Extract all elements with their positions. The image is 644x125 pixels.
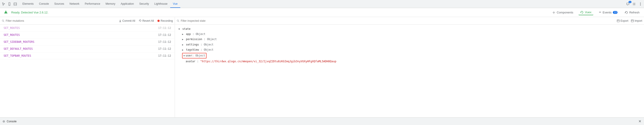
state-label: state [182,27,190,30]
svg-point-10 [600,12,600,12]
tree-node-app: ▶ app : Object [182,32,640,37]
svg-point-15 [2,20,4,21]
revert-all-btn[interactable]: Revert All [139,19,154,22]
nav-tabs: Elements Console Sources Network Perform… [20,0,625,8]
app-expand-icon[interactable]: ▶ [182,33,184,36]
avatar-value: "https://thirdwx.qlogo.cn/mmopen/vi_32/I… [200,60,336,63]
tab-console[interactable]: Console [36,0,52,8]
tab-lighthouse[interactable]: Lighthouse [152,0,170,8]
tab-sources[interactable]: Sources [52,0,67,8]
tree-node-avatar: avatar : "https://thirdwx.qlogo.cn/mmope… [186,59,640,64]
search-icon [2,20,4,22]
tree-node-user: ▼ user : Object [182,52,206,59]
mutation-list: SET_ROUTES 17:11:12 SET_ROUTES 17:11:12 … [0,25,175,118]
revert-icon [139,20,142,22]
vue-toolbar: Ready. Detected Vue 2.6.12. Components V… [0,8,644,17]
svg-point-9 [599,12,600,12]
download-icon [119,20,122,22]
chat-badge-btn[interactable]: 1 [625,1,630,7]
filter-state-input[interactable] [181,19,615,22]
user-expand-icon[interactable]: ▼ [184,54,185,58]
mutation-name: SET_ROUTES [4,34,20,36]
events-tab-btn[interactable]: Events 13 [597,10,620,15]
mutation-name: SET_DEFAULT_ROUTES [4,47,33,50]
vuex-cycle-icon [580,11,584,14]
mobile-icon[interactable] [7,1,12,7]
left-panel: Commit All Revert All Recording [0,17,175,118]
user-key: user [186,54,192,58]
settings-expand-icon[interactable]: ▶ [182,44,184,46]
filter-mutations-input[interactable] [6,19,115,22]
refresh-btn[interactable]: Refresh [623,10,641,15]
chat-count-badge: 1 [628,1,632,3]
import-icon [631,20,634,22]
refresh-label: Refresh [629,11,640,14]
tab-network[interactable]: Network [67,0,82,8]
svg-point-17 [177,20,178,21]
list-item[interactable]: SET_SIDEBAR_ROUTERS 17:11:12 [0,38,175,46]
tagsview-expand-icon[interactable]: ▶ [182,48,184,51]
svg-rect-19 [617,20,619,22]
commit-all-btn[interactable]: Commit All [119,19,135,22]
vuex-label: Vuex [585,10,591,14]
components-tab-btn[interactable]: Components [550,10,575,15]
svg-point-5 [640,2,641,3]
avatar-colon: : [197,60,200,63]
import-btn[interactable]: Import [631,19,642,22]
svg-point-1 [9,5,10,5]
top-nav: Elements Console Sources Network Perform… [0,0,644,8]
settings-icon[interactable] [632,1,637,7]
more-dots-icon[interactable] [638,1,643,7]
settings-type: : Object [200,43,214,46]
state-root-node: ▼ state [178,26,640,32]
permission-expand-icon[interactable]: ▶ [182,38,184,40]
user-type: : Object [192,54,205,58]
import-label: Import [634,19,642,22]
svg-line-16 [4,21,4,22]
tab-elements[interactable]: Elements [20,0,36,8]
user-children: avatar : "https://thirdwx.qlogo.cn/mmope… [182,59,640,64]
mutation-name: SET_TOPBAR_ROUTES [4,54,31,57]
mutation-time: 17:11:12 [158,26,171,30]
tab-memory[interactable]: Memory [103,0,118,8]
main-content: Commit All Revert All Recording [0,17,644,118]
events-label: Events [603,11,612,14]
mutation-time: 17:11:12 [158,47,171,50]
list-item[interactable]: SET_ROUTES 17:11:12 [0,32,175,38]
state-expand-arrow[interactable]: ▼ [178,28,180,30]
vue-logo-icon [3,10,9,16]
recording-btn[interactable]: Recording [158,19,173,22]
svg-point-12 [599,12,600,13]
cursor-icon[interactable] [1,1,6,7]
mutation-time: 17:11:12 [158,34,171,36]
tab-vue[interactable]: Vue [170,0,180,8]
svg-point-8 [554,12,554,13]
list-item[interactable]: SET_TOPBAR_ROUTES 17:11:12 [0,52,175,59]
export-icon [617,20,620,22]
mutation-name: SET_SIDEBAR_ROUTERS [4,40,34,44]
list-item[interactable]: SET_ROUTES 17:11:12 [0,25,175,32]
export-label: Export [620,19,628,22]
nav-right-actions: 1 [625,1,643,7]
tree-node-settings: ▶ settings : Object [182,42,640,47]
svg-point-13 [600,12,600,13]
mutation-name: SET_ROUTES [4,26,20,30]
tab-performance[interactable]: Performance [82,0,103,8]
tab-security[interactable]: Security [136,0,152,8]
dock-icon[interactable] [12,1,18,7]
svg-point-6 [640,4,641,4]
list-item[interactable]: SET_DEFAULT_ROUTES 17:11:12 [0,46,175,52]
right-actions: Export Import [617,19,642,22]
nav-icon-group [1,1,18,7]
settings-key: settings [186,43,199,46]
right-filter-bar: Export Import [175,17,644,25]
state-tree: ▼ state ▶ app : Object ▶ permission : Ob… [175,25,644,118]
svg-point-7 [640,5,641,6]
tagsview-key: tagsView [186,48,199,51]
tagsview-type: : Object [200,48,214,51]
export-btn[interactable]: Export [617,19,628,22]
tab-application[interactable]: Application [118,0,136,8]
recording-label: Recording [160,19,173,22]
state-children: ▶ app : Object ▶ permission : Object ▶ s… [178,32,640,64]
vuex-tab-btn[interactable]: Vuex [578,10,593,15]
